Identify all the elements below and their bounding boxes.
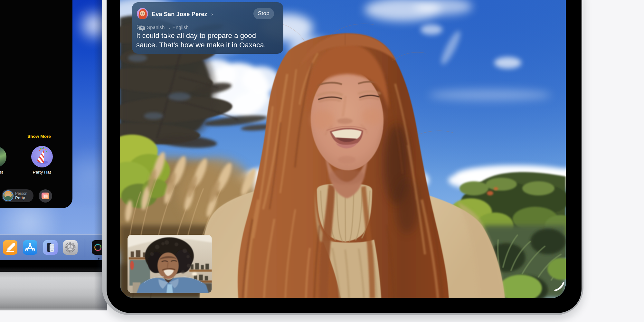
svg-text:文: 文: [141, 26, 144, 30]
